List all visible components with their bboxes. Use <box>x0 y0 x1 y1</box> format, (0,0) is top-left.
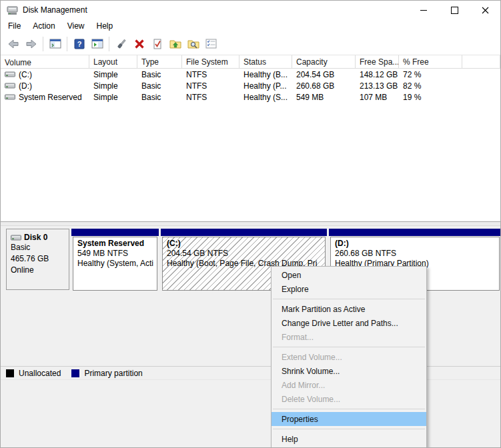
toolbar-separator <box>67 37 67 51</box>
folder-up-icon <box>169 39 181 49</box>
explore-folder-button[interactable] <box>185 35 201 52</box>
context-menu-item-mark-partition-active[interactable]: Mark Partition as Active <box>272 302 426 316</box>
legend-label-unallocated: Unallocated <box>19 369 61 378</box>
volume-layout: Simple <box>89 93 137 102</box>
primary-partition-bar <box>71 229 159 236</box>
disk-drive-icon <box>11 234 21 241</box>
volume-pct-free: 82 % <box>399 81 462 91</box>
delete-icon <box>134 39 145 49</box>
pane-splitter[interactable] <box>1 221 500 226</box>
volume-pct-free: 19 % <box>399 93 462 102</box>
volume-drive-icon <box>5 93 15 101</box>
help-icon: ? <box>74 39 85 49</box>
action-pane-icon <box>91 39 103 49</box>
volume-free-space: 213.13 GB <box>356 81 399 91</box>
toolbar-separator <box>43 37 43 51</box>
partition-name: (C:) <box>167 239 325 249</box>
context-menu-item-explore[interactable]: Explore <box>272 282 426 296</box>
console-tree-button[interactable] <box>47 35 63 52</box>
menu-help[interactable]: Help <box>91 20 119 32</box>
menu-bar: File Action View Help <box>1 19 500 33</box>
context-menu-item-change-drive-letter[interactable]: Change Drive Letter and Paths... <box>272 316 426 330</box>
column-header-type[interactable]: Type <box>137 55 182 68</box>
close-icon <box>482 7 489 14</box>
disk0-name: Disk 0 <box>24 233 47 242</box>
partition-system-reserved[interactable]: System Reserved 549 MB NTFS Healthy (Sys… <box>71 229 159 291</box>
column-header-status[interactable]: Status <box>239 55 292 68</box>
context-menu-separator <box>273 299 425 299</box>
context-menu-item-properties[interactable]: Properties <box>272 412 426 426</box>
help-button[interactable]: ? <box>71 35 87 52</box>
menu-file[interactable]: File <box>2 20 27 32</box>
menu-action[interactable]: Action <box>27 20 61 32</box>
delete-volume-button[interactable] <box>131 35 147 52</box>
toolbar-separator <box>109 37 109 51</box>
volume-capacity: 204.54 GB <box>292 70 356 79</box>
column-header-volume[interactable]: Volume <box>1 55 89 68</box>
partition-size: 549 MB NTFS <box>77 249 157 259</box>
view-options-icon <box>205 39 217 49</box>
partition-size: 260.68 GB NTFS <box>335 249 499 259</box>
forward-button[interactable] <box>23 35 39 52</box>
context-menu-item-add-mirror: Add Mirror... <box>272 378 426 392</box>
column-header-free-space[interactable]: Free Spa... <box>356 55 399 68</box>
volume-row-c[interactable]: (C:) Simple Basic NTFS Healthy (B... 204… <box>1 69 500 80</box>
forward-icon <box>25 39 37 49</box>
back-button[interactable] <box>5 35 21 52</box>
partition-status: Healthy (System, Acti <box>77 259 157 269</box>
partition-name: (D:) <box>335 239 499 249</box>
volume-row-system-reserved[interactable]: System Reserved Simple Basic NTFS Health… <box>1 91 500 103</box>
context-menu-item-open[interactable]: Open <box>272 268 426 282</box>
volume-layout: Simple <box>89 81 137 91</box>
column-header-file-system[interactable]: File System <box>182 55 239 68</box>
maximize-button[interactable] <box>439 1 470 19</box>
close-button[interactable] <box>470 1 500 19</box>
context-menu-item-help[interactable]: Help <box>272 432 426 446</box>
volume-status: Healthy (B... <box>239 70 292 79</box>
partition-size: 204.54 GB NTFS <box>167 249 325 259</box>
menu-view[interactable]: View <box>61 20 91 32</box>
volume-drive-icon <box>5 82 15 89</box>
volume-type: Basic <box>137 81 182 91</box>
context-menu-separator <box>273 347 425 347</box>
context-menu-item-extend-volume: Extend Volume... <box>272 350 426 364</box>
title-bar: Disk Management <box>1 1 500 19</box>
disk-management-window: Disk Management File Action View Help <box>0 0 501 448</box>
unallocated-swatch <box>6 369 14 377</box>
app-icon <box>7 5 18 15</box>
volume-layout: Simple <box>89 70 137 79</box>
properties-tool-button[interactable] <box>113 35 129 52</box>
volume-pct-free: 72 % <box>399 70 462 79</box>
column-header-capacity[interactable]: Capacity <box>292 55 356 68</box>
volume-name: System Reserved <box>19 93 82 102</box>
volume-free-space: 148.12 GB <box>356 70 399 79</box>
minimize-button[interactable] <box>408 1 439 19</box>
disk0-label-panel[interactable]: Disk 0 Basic 465.76 GB Online <box>6 229 69 290</box>
folder-up-button[interactable] <box>167 35 183 52</box>
console-tree-icon <box>49 39 61 49</box>
toolbar: ? <box>1 33 500 55</box>
volume-file-system: NTFS <box>182 81 239 91</box>
view-options-button[interactable] <box>203 35 219 52</box>
window-title: Disk Management <box>23 5 87 15</box>
column-header-filler <box>462 55 500 68</box>
column-header-layout[interactable]: Layout <box>89 55 137 68</box>
volume-status: Healthy (S... <box>239 93 292 102</box>
disk0-type: Basic <box>11 242 66 253</box>
context-menu-separator <box>273 429 425 429</box>
volume-capacity: 549 MB <box>292 93 356 102</box>
context-menu-item-delete-volume: Delete Volume... <box>272 392 426 406</box>
back-icon <box>7 39 19 49</box>
volume-free-space: 107 MB <box>356 93 399 102</box>
column-header-pct-free[interactable]: % Free <box>399 55 462 68</box>
disk0-size: 465.76 GB <box>11 253 66 265</box>
context-menu-item-shrink-volume[interactable]: Shrink Volume... <box>272 364 426 378</box>
volume-list-header: Volume Layout Type File System Status Ca… <box>1 55 500 69</box>
volume-row-d[interactable]: (D:) Simple Basic NTFS Healthy (P... 260… <box>1 80 500 91</box>
properties-tool-icon <box>115 39 127 49</box>
svg-text:?: ? <box>77 40 81 48</box>
volume-status: Healthy (P... <box>239 81 292 91</box>
commit-check-button[interactable] <box>149 35 165 52</box>
action-pane-button[interactable] <box>89 35 105 52</box>
context-menu: Open Explore Mark Partition as Active Ch… <box>271 266 427 448</box>
